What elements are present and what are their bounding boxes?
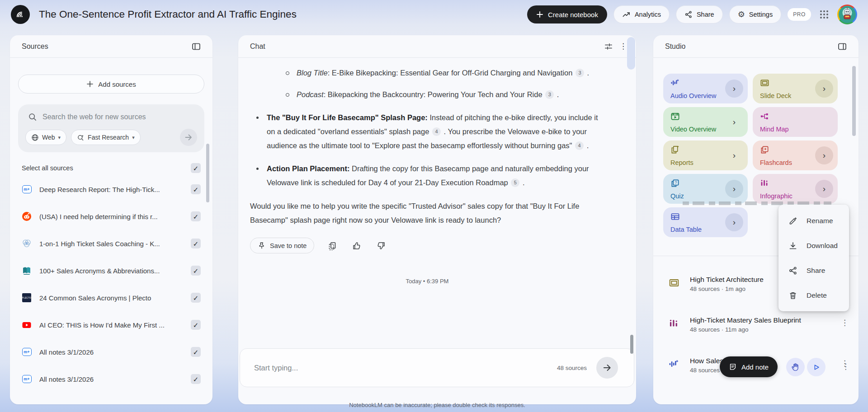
citation-chip[interactable]: 5 <box>511 178 519 187</box>
source-title: 1-on-1 High Ticket Sales Coaching - K... <box>39 240 183 248</box>
chat-scrollbar[interactable] <box>630 335 633 354</box>
source-title: (USA) I need help determining if this r.… <box>39 213 183 220</box>
menu-item-rename[interactable]: Rename <box>778 208 849 233</box>
chat-settings-tune-icon[interactable] <box>602 40 615 53</box>
source-list-item[interactable]: m+All notes 3/1/2026✓ <box>22 365 201 393</box>
studio-tile-quiz[interactable]: ?Quiz› <box>663 174 748 204</box>
collapse-studio-panel-icon[interactable] <box>836 40 849 53</box>
citation-chip[interactable]: 3 <box>545 90 554 99</box>
audio-artifact-icon <box>669 359 679 370</box>
chevron-right-icon[interactable]: › <box>725 146 743 164</box>
chevron-right-icon[interactable]: › <box>725 213 743 231</box>
studio-tile-slides[interactable]: Slide Deck› <box>753 74 838 103</box>
web-filter-chip[interactable]: Web▾ <box>25 130 66 145</box>
artifact-meta: 48 sources <box>690 367 723 374</box>
thumbs-down-icon <box>377 241 386 250</box>
save-to-note-button[interactable]: Save to note <box>250 238 314 253</box>
research-sparkle-icon <box>77 134 85 141</box>
play-audio-icon[interactable] <box>807 358 826 376</box>
svg-text:?: ? <box>675 180 677 185</box>
settings-button[interactable]: ⚙ Settings <box>729 5 782 23</box>
chevron-right-icon[interactable]: › <box>725 180 743 198</box>
collapse-sources-panel-icon[interactable] <box>190 40 203 53</box>
source-checkbox[interactable]: ✓ <box>191 184 201 194</box>
source-list-item[interactable]: m+Deep Research Report: The High-Tick...… <box>22 176 201 203</box>
studio-scrollbar[interactable] <box>852 66 856 136</box>
note-source-icon: m+ <box>22 185 32 193</box>
plus-icon <box>86 80 94 88</box>
chat-input-bar: 48 sources <box>240 348 634 387</box>
search-submit-button[interactable] <box>180 129 197 146</box>
source-list-item[interactable]: PLECTO24 Common Sales Acronyms | Plecto✓ <box>22 284 201 311</box>
citation-chip[interactable]: 3 <box>576 69 584 77</box>
source-list-item[interactable]: AI CEO: THIS is How I'd Make My First ..… <box>22 311 201 338</box>
chat-panel-title: Chat <box>250 42 265 51</box>
menu-item-delete[interactable]: Delete <box>778 283 849 308</box>
audio-item-kebab-icon[interactable]: ⋮ <box>833 363 858 370</box>
google-apps-grid-icon[interactable] <box>817 8 831 21</box>
note-icon <box>729 363 737 371</box>
studio-tile-reports[interactable]: Reports› <box>663 140 748 170</box>
thumbs-up-icon[interactable] <box>350 239 363 252</box>
plecto-logo-icon: PLECTO <box>22 293 31 302</box>
studio-tile-datatable[interactable]: Data Table› <box>663 207 748 237</box>
share-icon <box>788 266 797 275</box>
research-mode-chip[interactable]: Fast Research▾ <box>71 130 141 145</box>
citation-chip[interactable]: 4 <box>432 127 441 136</box>
notebook-title[interactable]: The One-Sentence Profit Extractor and AI… <box>39 9 297 20</box>
copy-icon <box>328 241 337 250</box>
source-checkbox[interactable]: ✓ <box>191 293 201 303</box>
studio-tile-video[interactable]: Video Overview› <box>663 107 748 137</box>
artifact-meta: 48 sources · 1m ago <box>690 286 764 292</box>
source-checkbox[interactable]: ✓ <box>191 239 201 248</box>
share-button[interactable]: Share <box>676 5 723 23</box>
source-checkbox[interactable]: ✓ <box>191 374 201 384</box>
send-message-button[interactable] <box>596 357 618 379</box>
user-avatar[interactable] <box>837 5 857 24</box>
menu-item-download[interactable]: Download <box>778 233 849 258</box>
analytics-button[interactable]: Analytics <box>613 5 670 23</box>
globe-icon <box>31 134 39 141</box>
source-checkbox[interactable]: ✓ <box>191 211 201 221</box>
studio-tile-mindmap[interactable]: Mind Map <box>753 107 838 137</box>
interactive-mode-hand-icon[interactable] <box>786 358 805 376</box>
studio-list-item[interactable]: High-Ticket Mastery Sales Blueprint48 so… <box>653 307 859 348</box>
chat-input[interactable] <box>254 349 471 387</box>
studio-tile-infographic[interactable]: Infographic› <box>753 174 838 204</box>
reports-icon <box>670 145 680 154</box>
add-sources-button[interactable]: Add sources <box>18 75 204 94</box>
source-list-item[interactable]: 1-on-1 High Ticket Sales Coaching - K...… <box>22 230 201 257</box>
copy-icon[interactable] <box>326 239 339 252</box>
chevron-right-icon[interactable]: › <box>815 146 833 164</box>
studio-tile-label: Reports <box>670 159 693 166</box>
mindmap-icon <box>760 112 769 121</box>
venn-diagram-icon <box>22 239 32 248</box>
notebooklm-logo-icon[interactable] <box>11 5 30 24</box>
create-notebook-button[interactable]: Create notebook <box>527 5 607 23</box>
source-list-item[interactable]: (USA) I need help determining if this r.… <box>22 203 201 230</box>
studio-tile-flashcards[interactable]: Flashcards› <box>753 140 838 170</box>
sources-scrollbar[interactable] <box>206 144 209 202</box>
source-checkbox[interactable]: ✓ <box>191 266 201 276</box>
source-list-item[interactable]: 100+ Sales Acronyms & Abbreviations...✓ <box>22 257 201 284</box>
chevron-right-icon[interactable]: › <box>815 180 833 198</box>
artifact-kebab-icon[interactable]: ⋮ <box>841 319 849 327</box>
chevron-right-icon[interactable]: › <box>815 80 833 98</box>
select-all-checkbox[interactable]: ✓ <box>191 163 201 173</box>
source-checkbox[interactable]: ✓ <box>191 320 201 330</box>
source-list-item[interactable]: m+All notes 3/1/2026✓ <box>22 338 201 365</box>
thumbs-down-icon[interactable] <box>375 239 387 252</box>
source-checkbox[interactable]: ✓ <box>191 347 201 357</box>
add-note-button[interactable]: Add note <box>720 356 778 377</box>
chat-scroll-track <box>627 37 635 70</box>
citation-chip[interactable]: 4 <box>575 141 584 150</box>
source-title: 24 Common Sales Acronyms | Plecto <box>39 294 183 302</box>
trending-icon <box>622 10 631 19</box>
studio-tile-audio[interactable]: Audio Overview› <box>663 74 748 103</box>
menu-item-share[interactable]: Share <box>778 258 849 283</box>
thumbs-up-icon <box>352 241 361 250</box>
web-search-input[interactable]: Search the web for new sources <box>42 113 146 121</box>
chevron-right-icon[interactable]: › <box>725 80 743 98</box>
chevron-right-icon[interactable]: › <box>725 113 743 131</box>
chat-transcript: Blog Title: E-Bike Bikepacking: Essentia… <box>250 58 604 288</box>
